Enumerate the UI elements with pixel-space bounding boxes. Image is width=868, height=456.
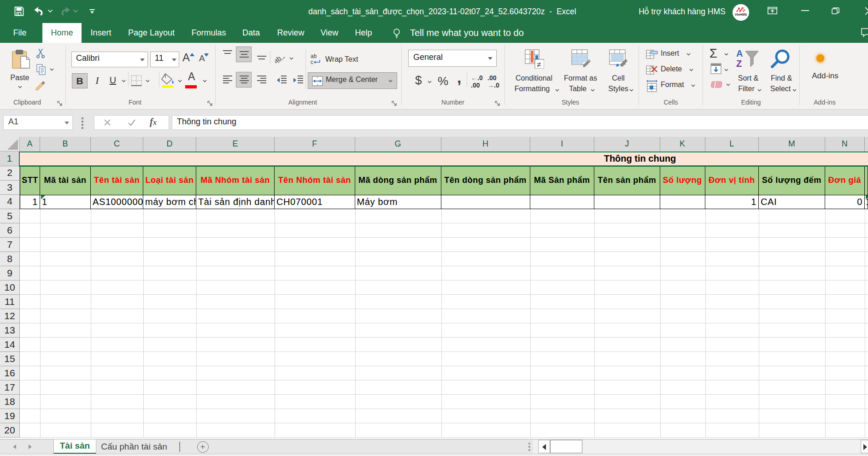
svg-text:c: c (311, 59, 313, 65)
svg-text:ab: ab (311, 53, 317, 59)
svg-text:≠: ≠ (537, 60, 541, 69)
